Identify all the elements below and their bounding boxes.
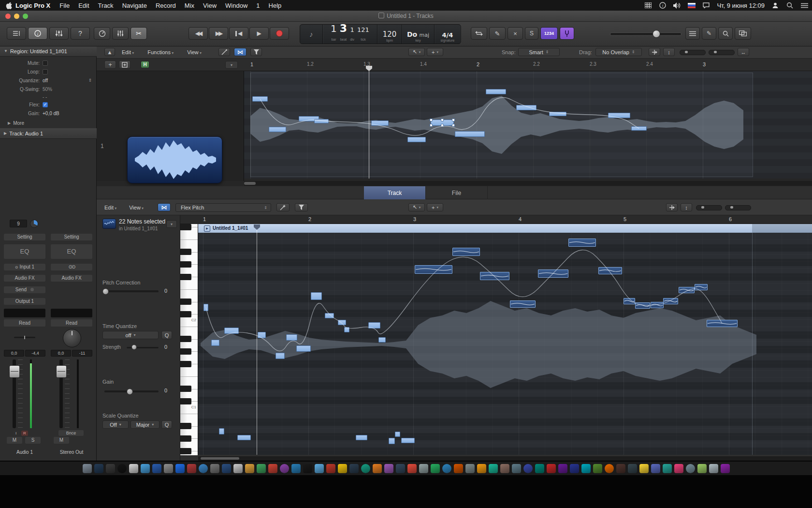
catch-playhead-icon[interactable] (666, 203, 678, 211)
vertical-auto-zoom-icon[interactable]: ↕ (663, 48, 675, 56)
piano-key-black[interactable] (180, 224, 191, 230)
piano-key-black[interactable] (180, 261, 191, 268)
note-pads-button[interactable]: ✎ (702, 27, 716, 40)
piano-key-black[interactable] (180, 299, 191, 305)
volume-knob[interactable] (652, 30, 660, 38)
dock-icon[interactable] (199, 464, 208, 473)
tuner-button[interactable] (560, 27, 574, 40)
flex-pitch-note[interactable] (598, 267, 622, 274)
dock-icon[interactable] (117, 464, 127, 473)
menu-help[interactable]: Help (269, 2, 282, 9)
flex-pitch-note[interactable] (252, 96, 268, 102)
pan-slider[interactable] (14, 337, 35, 338)
eq-button[interactable]: EQ (4, 244, 45, 259)
lcd-tempo[interactable]: 120bpm (377, 25, 402, 44)
flex-pitch-note[interactable] (624, 298, 635, 304)
dock-icon[interactable] (454, 464, 463, 473)
mute-button[interactable]: M (7, 437, 22, 444)
strip-name[interactable]: Audio 1 (3, 449, 46, 455)
menu-edit[interactable]: Edit (122, 49, 134, 55)
menu-track[interactable]: Track (98, 2, 114, 9)
drag-dropdown[interactable]: No Overlap⇕ (595, 48, 642, 56)
dock-icon[interactable] (570, 464, 579, 473)
stepper-icon[interactable]: ⇕ (88, 78, 92, 83)
editor-note-canvas[interactable] (198, 233, 812, 455)
bar-ruler[interactable]: 11.21.31.422.22.32.43 (97, 59, 812, 71)
piano-key-black[interactable] (180, 311, 191, 317)
dock-icon[interactable] (152, 464, 161, 473)
smart-controls-button[interactable] (94, 27, 110, 40)
menu-window[interactable]: Window (225, 2, 247, 9)
lcd-key[interactable]: Do majkey (402, 25, 435, 44)
dock-icon[interactable] (605, 464, 614, 473)
quantize-value[interactable]: off (43, 78, 48, 83)
time-quantize-dropdown[interactable]: off▾ (102, 331, 159, 339)
piano-key-black[interactable] (180, 435, 191, 442)
grid-icon[interactable] (644, 1, 652, 9)
strip-number[interactable]: 9 (10, 220, 27, 227)
flex-pitch-note[interactable] (211, 340, 219, 346)
dock-icon[interactable] (581, 464, 591, 473)
dock-icon[interactable] (709, 464, 718, 473)
flex-mode-dropdown[interactable]: Flex Pitch⇕ (175, 203, 271, 212)
crosshair-tool-selector[interactable]: +▾ (427, 48, 443, 56)
crosshair-tool-selector[interactable]: +▾ (427, 203, 443, 211)
flex-pitch-note[interactable] (314, 119, 329, 123)
up-level-button[interactable]: ▲ (104, 48, 115, 56)
menu-1[interactable]: 1 (256, 2, 260, 9)
flex-pitch-note[interactable] (663, 298, 678, 304)
menu-view[interactable]: View (129, 205, 144, 210)
audio-fx-button[interactable]: Audio FX (4, 275, 45, 282)
help-button[interactable]: ? (71, 27, 90, 40)
dock-icon[interactable] (489, 464, 498, 473)
record-button[interactable] (270, 27, 289, 40)
dock-icon[interactable] (465, 464, 475, 473)
dock-icon[interactable] (674, 464, 683, 473)
piano-keyboard[interactable]: C2C1 (180, 224, 198, 455)
dock-icon[interactable] (349, 464, 359, 473)
flex-pitch-note[interactable] (516, 105, 536, 110)
flex-pitch-note[interactable] (344, 327, 349, 332)
flex-pitch-note[interactable] (480, 272, 509, 280)
master-volume-slider[interactable] (610, 30, 681, 37)
editor-playhead[interactable] (257, 224, 257, 455)
flex-pitch-note[interactable] (407, 137, 426, 142)
flex-pitch-note[interactable] (371, 120, 389, 126)
app-name[interactable]: Logic Pro X (15, 2, 50, 9)
filter-funnel-icon[interactable] (295, 203, 308, 211)
piano-key-black[interactable] (180, 448, 191, 454)
dock-icon[interactable] (616, 464, 625, 473)
flex-pitch-note[interactable] (538, 269, 568, 278)
zoom-tool-button[interactable] (718, 27, 733, 40)
flex-pitch-note[interactable] (651, 302, 664, 308)
editor-ruler-row[interactable]: 123456 (180, 215, 812, 224)
flex-pitch-note[interactable] (237, 435, 251, 440)
dock-icon[interactable] (187, 464, 196, 473)
flex-pitch-note[interactable] (356, 435, 367, 440)
piano-key-black[interactable] (180, 361, 191, 367)
inspector-button[interactable]: i (28, 27, 47, 40)
group-slot[interactable] (4, 309, 45, 317)
dock-icon[interactable] (500, 464, 509, 473)
draw-icon[interactable] (218, 48, 230, 56)
pitch-correction-wand-icon[interactable] (276, 203, 290, 211)
dock-icon[interactable] (663, 464, 672, 473)
solo-button[interactable]: S (525, 27, 538, 40)
automation-read-button[interactable]: Read (4, 319, 45, 327)
loop-checkbox[interactable] (43, 69, 48, 75)
fader-cap[interactable] (56, 365, 67, 378)
menu-functions[interactable]: Functions (147, 49, 174, 55)
flex-pitch-note[interactable] (258, 332, 266, 338)
flex-pitch-note[interactable] (276, 353, 285, 359)
flex-pitch-note[interactable] (203, 304, 208, 311)
qswing-value[interactable]: 50% (43, 87, 52, 92)
volume-icon[interactable] (673, 1, 681, 9)
peak-value[interactable]: -4,4 (25, 350, 45, 357)
dock-icon[interactable] (419, 464, 428, 473)
dock-icon[interactable] (407, 464, 417, 473)
region-play-icon[interactable]: ▶ (204, 225, 210, 232)
dock-icon[interactable] (268, 464, 277, 473)
dock-icon[interactable] (477, 464, 486, 473)
menu-record[interactable]: Record (156, 2, 176, 9)
dock-icon[interactable] (257, 464, 266, 473)
